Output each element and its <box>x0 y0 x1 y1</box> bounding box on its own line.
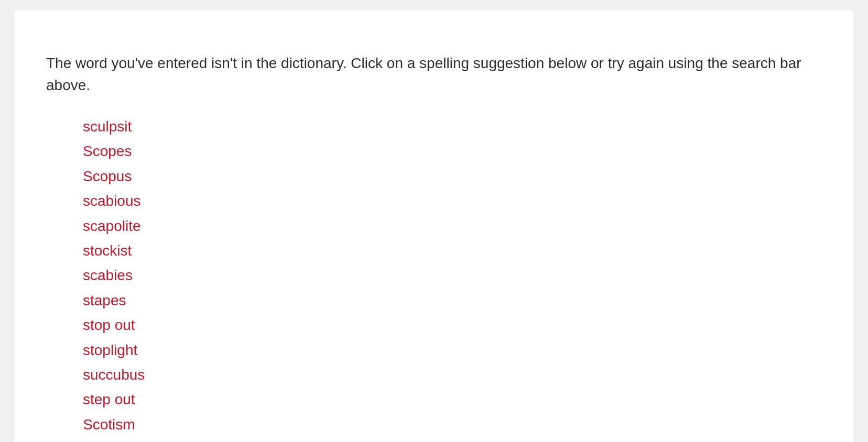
list-item: sculpsit <box>83 115 822 138</box>
suggestion-link[interactable]: stockist <box>83 242 132 259</box>
suggestion-link[interactable]: Scopus <box>83 168 132 184</box>
list-item: succubus <box>83 363 822 386</box>
list-item: scapolite <box>83 215 822 237</box>
suggestion-link[interactable]: Scotism <box>83 416 135 433</box>
suggestion-link[interactable]: stop out <box>83 317 135 333</box>
list-item: step out <box>83 388 822 411</box>
list-item: stapes <box>83 289 822 312</box>
suggestion-link[interactable]: stoplight <box>83 342 137 358</box>
list-item: stockist <box>83 239 822 262</box>
not-found-message: The word you've entered isn't in the dic… <box>46 52 822 96</box>
list-item: Scopus <box>83 165 822 187</box>
suggestions-list: sculpsitScopesScopusscabiousscapolitesto… <box>46 115 822 436</box>
list-item: Scotism <box>83 413 822 436</box>
suggestion-link[interactable]: scabies <box>83 267 133 283</box>
list-item: scabious <box>83 190 822 212</box>
page-container: The word you've entered isn't in the dic… <box>15 10 853 442</box>
suggestion-link[interactable]: step out <box>83 391 135 407</box>
suggestion-link[interactable]: succubus <box>83 367 145 383</box>
list-item: stoplight <box>83 339 822 361</box>
list-item: scabies <box>83 264 822 286</box>
suggestion-link[interactable]: Scopes <box>83 143 132 159</box>
suggestion-link[interactable]: stapes <box>83 292 126 308</box>
suggestion-link[interactable]: sculpsit <box>83 118 132 135</box>
suggestion-link[interactable]: scapolite <box>83 218 141 234</box>
suggestion-link[interactable]: scabious <box>83 193 141 209</box>
list-item: stop out <box>83 314 822 336</box>
list-item: Scopes <box>83 140 822 162</box>
